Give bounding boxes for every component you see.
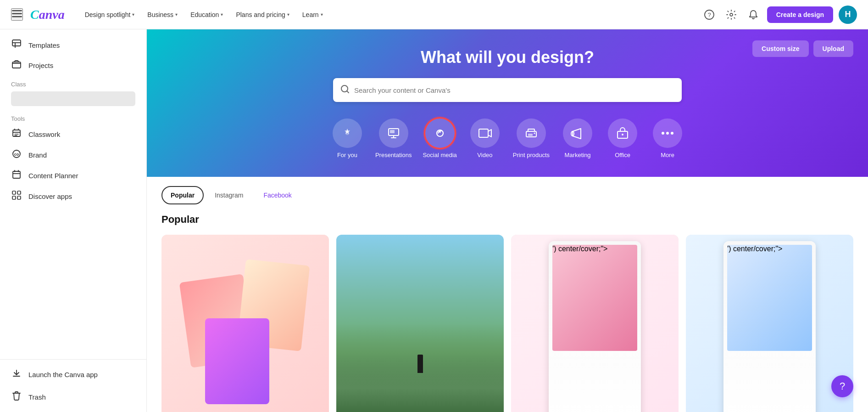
svg-point-30 (666, 132, 669, 135)
svg-rect-7 (12, 62, 21, 68)
hero-banner: Custom size Upload What will you design? (147, 29, 868, 177)
popular-card-grid: ') center/cover;"> Perfect your post (161, 235, 853, 412)
category-presentations[interactable]: Presentations (372, 115, 416, 162)
office-icon (608, 119, 637, 148)
svg-rect-2 (12, 16, 22, 17)
marketing-icon (563, 119, 592, 148)
sidebar-item-label: Brand (28, 151, 47, 159)
floating-help-button[interactable]: ? (831, 375, 853, 397)
category-label: Marketing (565, 152, 591, 158)
popular-card-2[interactable] (336, 235, 504, 412)
chevron-down-icon: ▾ (132, 12, 134, 17)
svg-rect-14 (12, 196, 16, 199)
sidebar-item-brand[interactable]: co Brand (0, 145, 146, 165)
hamburger-menu-button[interactable] (11, 8, 23, 21)
category-marketing[interactable]: Marketing (557, 115, 598, 162)
chevron-down-icon: ▾ (321, 12, 323, 17)
nav-education[interactable]: Education ▾ (185, 7, 228, 22)
svg-point-21 (439, 131, 441, 133)
category-label: Office (615, 152, 630, 158)
sidebar: Templates Projects Class Tools (0, 29, 147, 412)
sidebar-item-content-planner[interactable]: Content Planner (0, 165, 146, 186)
nav-design-spotlight[interactable]: Design spotlight ▾ (79, 7, 140, 22)
social-media-icon (425, 119, 455, 148)
templates-icon (11, 40, 22, 51)
nav-plans-pricing[interactable]: Plans and pricing ▾ (230, 7, 295, 22)
svg-point-17 (345, 131, 349, 135)
tab-facebook[interactable]: Facebook (254, 186, 300, 204)
category-social-media[interactable]: Social media (419, 115, 460, 162)
stacked-templates (178, 254, 312, 412)
sidebar-item-label: Templates (28, 41, 60, 49)
sidebar-item-label: Content Planner (28, 172, 78, 180)
category-icons: For you Presentations (174, 115, 840, 162)
svg-point-29 (662, 132, 664, 135)
sidebar-item-launch-canva[interactable]: Launch the Canva app (0, 363, 146, 386)
settings-button[interactable] (723, 6, 740, 23)
sidebar-item-projects[interactable]: Projects (0, 56, 146, 75)
sidebar-bottom: Launch the Canva app Trash (0, 359, 146, 412)
popular-card-3[interactable]: ') center/cover;"> Perfect your post (511, 235, 679, 412)
category-for-you[interactable]: For you (327, 115, 368, 162)
sidebar-tools-label: Tools (0, 110, 146, 124)
person-silhouette (417, 355, 423, 373)
sidebar-item-label: Classwork (28, 130, 60, 138)
hero-title: What will you design? (174, 48, 840, 67)
main-layout: Templates Projects Class Tools (0, 29, 868, 412)
svg-rect-19 (390, 130, 395, 133)
category-label: Social media (423, 152, 456, 158)
sticker-3 (205, 318, 269, 404)
svg-point-28 (622, 134, 623, 135)
chevron-down-icon: ▾ (175, 12, 178, 17)
svg-rect-24 (528, 134, 533, 136)
svg-point-5 (730, 13, 733, 16)
custom-size-button[interactable]: Custom size (752, 40, 808, 57)
popular-card-4[interactable]: ') center/cover;"> Inspire your feed (686, 235, 853, 412)
category-print-products[interactable]: Print products (509, 115, 553, 162)
category-label: Print products (513, 152, 550, 158)
notifications-button[interactable] (745, 6, 762, 23)
svg-point-31 (671, 132, 673, 135)
svg-rect-11 (13, 171, 20, 178)
for-you-icon (333, 119, 362, 148)
help-button[interactable]: ? (701, 6, 718, 23)
sidebar-item-discover-apps[interactable]: Discover apps (0, 186, 146, 207)
canva-logo[interactable]: Canva (30, 7, 65, 22)
nav-right-actions: ? Create a design H (701, 6, 857, 24)
phone-mockup-2: ') center/cover;"> Inspire your feed (723, 241, 816, 412)
nav-learn[interactable]: Learn ▾ (297, 7, 328, 22)
upload-button[interactable]: Upload (813, 40, 853, 57)
tab-popular[interactable]: Popular (161, 186, 204, 204)
sidebar-item-label: Trash (28, 393, 46, 401)
classwork-icon (11, 129, 22, 140)
tab-instagram[interactable]: Instagram (206, 186, 252, 204)
create-design-button[interactable]: Create a design (767, 6, 833, 23)
projects-icon (11, 60, 22, 71)
popular-title: Popular (161, 214, 853, 226)
tabs-list: Popular Instagram Facebook (161, 186, 853, 204)
brand-icon: co (11, 149, 22, 161)
category-more[interactable]: More (647, 115, 688, 162)
svg-text:co: co (14, 152, 19, 157)
sidebar-item-classwork[interactable]: Classwork (0, 124, 146, 145)
svg-point-25 (534, 133, 535, 134)
sidebar-item-label: Discover apps (28, 192, 72, 200)
print-products-icon (517, 119, 546, 148)
presentations-icon (379, 119, 408, 148)
svg-rect-15 (17, 196, 21, 199)
sidebar-item-trash[interactable]: Trash (0, 386, 146, 408)
category-video[interactable]: Video (464, 115, 506, 162)
sidebar-item-templates[interactable]: Templates (0, 35, 146, 56)
category-label: For you (337, 152, 357, 158)
search-input[interactable] (354, 86, 674, 94)
svg-text:?: ? (707, 11, 711, 18)
category-label: Video (477, 152, 492, 158)
main-content: Custom size Upload What will you design? (147, 29, 868, 412)
svg-rect-12 (12, 191, 16, 194)
popular-card-1[interactable] (161, 235, 329, 412)
nav-business[interactable]: Business ▾ (142, 7, 183, 22)
top-navigation: Canva Design spotlight ▾ Business ▾ Educ… (0, 0, 868, 29)
category-office[interactable]: Office (602, 115, 643, 162)
user-avatar[interactable]: H (839, 6, 857, 24)
search-icon (340, 85, 350, 96)
